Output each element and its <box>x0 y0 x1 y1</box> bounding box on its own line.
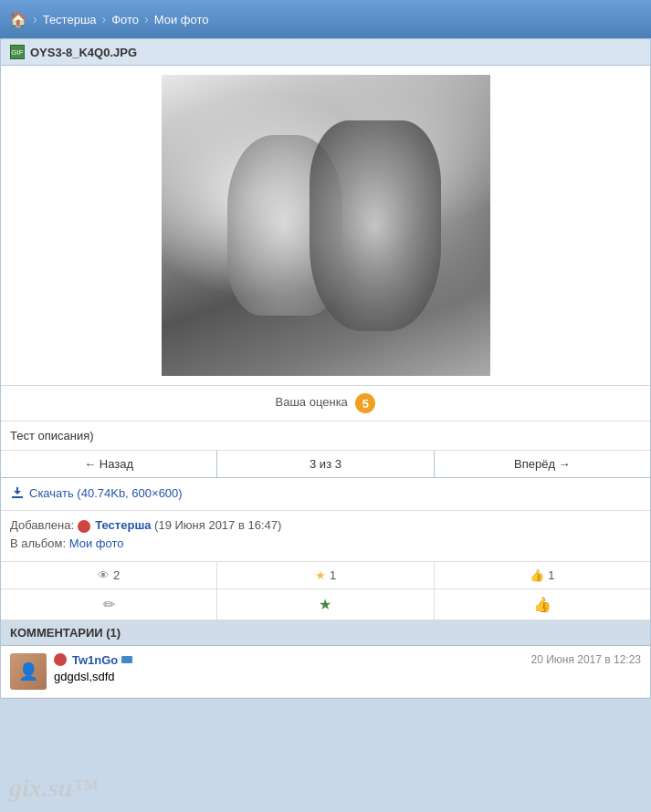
nav-next[interactable]: Вперёд → <box>435 451 650 477</box>
user-icon <box>78 520 90 533</box>
nav-row: ← Назад 3 из 3 Вперёд → <box>1 451 650 478</box>
comments-title: КОММЕНТАРИИ (1) <box>10 626 121 640</box>
comment-date: 20 Июня 2017 в 12:23 <box>530 653 641 666</box>
sep1: › <box>33 12 37 26</box>
comment-avatar: 👤 <box>10 653 47 690</box>
download-link[interactable]: Скачать (40.74Kb, 600×600) <box>10 485 183 500</box>
edit-button[interactable]: ✏ <box>1 589 217 619</box>
comment-author[interactable]: Tw1nGo <box>72 653 118 667</box>
rating-badge[interactable]: 5 <box>355 393 375 413</box>
comment-row: 👤 Tw1nGo 20 Июня 2017 в 12:23 gdgdsl,sdf… <box>1 646 650 698</box>
online-icon <box>121 656 132 663</box>
photo-image <box>162 75 490 376</box>
photo-container <box>1 66 650 386</box>
stat-views: 👁 2 <box>1 562 217 588</box>
nav-counter: 3 из 3 <box>217 451 434 477</box>
meta-added: Добавлена: Тестерша (19 Июня 2017 в 16:4… <box>10 518 641 533</box>
breadcrumb-photos[interactable]: Фото <box>111 13 139 26</box>
added-label: Добавлена: <box>10 518 74 532</box>
meta-album: В альбом: Мои фото <box>10 536 641 550</box>
description-text: Тест описания) <box>10 429 94 442</box>
download-label: Скачать (40.74Kb, 600×600) <box>29 486 183 500</box>
file-type-icon: GIF <box>10 45 25 59</box>
stat-likes: 👍 1 <box>435 562 650 588</box>
comment-text: gdgdsl,sdfd <box>54 670 641 683</box>
breadcrumb-myphotos[interactable]: Мои фото <box>154 13 209 26</box>
comment-meta: Tw1nGo 20 Июня 2017 в 12:23 <box>54 653 641 667</box>
rating-label: Ваша оценка <box>276 395 348 409</box>
download-icon <box>10 485 25 500</box>
home-icon[interactable]: 🏠 <box>9 11 27 28</box>
album-label: В альбом: <box>10 536 66 550</box>
star-icon: ★ <box>315 568 326 582</box>
nav-prev[interactable]: ← Назад <box>1 451 217 477</box>
likes-count: 1 <box>548 568 554 582</box>
top-bar: 🏠 › Тестерша › Фото › Мои фото <box>0 0 651 38</box>
comment-body: Tw1nGo 20 Июня 2017 в 12:23 gdgdsl,sdfd <box>54 653 641 690</box>
file-header: GIF OYS3-8_K4Q0.JPG <box>1 39 650 66</box>
file-name: OYS3-8_K4Q0.JPG <box>30 46 137 59</box>
action-row: ✏ ★ 👍 <box>1 589 650 620</box>
bookmark-button[interactable]: ★ <box>217 589 434 619</box>
rating-row: Ваша оценка 5 <box>1 386 650 422</box>
description: Тест описания) <box>1 422 650 451</box>
stat-stars: ★ 1 <box>217 562 434 588</box>
stars-count: 1 <box>330 568 336 582</box>
album-link[interactable]: Мои фото <box>69 536 124 550</box>
sep3: › <box>144 12 149 26</box>
like-button[interactable]: 👍 <box>435 589 650 619</box>
date-text: (19 Июня 2017 в 16:47) <box>154 518 281 532</box>
main-content: GIF OYS3-8_K4Q0.JPG Ваша оценка 5 Тест о… <box>0 38 651 699</box>
comment-user-icon <box>54 653 67 666</box>
comments-header: КОММЕНТАРИИ (1) <box>1 620 650 646</box>
like-icon: 👍 <box>530 568 544 582</box>
download-row: Скачать (40.74Kb, 600×600) <box>1 478 650 511</box>
author-link[interactable]: Тестерша <box>95 518 151 532</box>
views-count: 2 <box>113 568 120 582</box>
sep2: › <box>102 12 107 26</box>
meta-section: Добавлена: Тестерша (19 Июня 2017 в 16:4… <box>1 511 650 562</box>
stats-row: 👁 2 ★ 1 👍 1 <box>1 562 650 589</box>
eye-icon: 👁 <box>98 568 110 582</box>
photo-inner <box>162 75 490 376</box>
breadcrumb-user[interactable]: Тестерша <box>43 13 97 26</box>
